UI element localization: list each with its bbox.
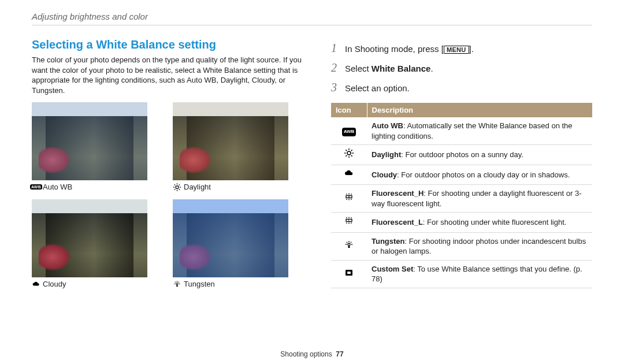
example-tile: AWB Auto WB (32, 102, 162, 196)
right-column: 1 In Shooting mode, press [MENU]. 2 Sele… (331, 38, 592, 293)
step-text: In Shooting mode, press [MENU]. (345, 42, 474, 57)
left-column: Selecting a White Balance setting The co… (32, 38, 303, 293)
row-bold: Daylight (372, 150, 401, 159)
table-row: AWBAuto WB: Automatically set the White … (331, 117, 592, 145)
sun-icon (343, 148, 355, 158)
step-item: 1 In Shooting mode, press [MENU]. (331, 38, 592, 58)
row-bold: Cloudy (372, 170, 397, 179)
row-bold: Fluorescent_H (372, 189, 424, 198)
fluoH-icon (343, 192, 355, 202)
table-header-icon: Icon (331, 103, 367, 117)
example-label: Tungsten (184, 280, 215, 288)
table-row: Cloudy: For outdoor photos on a cloudy d… (331, 165, 592, 185)
footer-page: 77 (336, 350, 343, 358)
divider (32, 25, 592, 25)
row-bold: Fluorescent_L (372, 218, 423, 226)
fluoL-icon (343, 216, 355, 225)
example-tile: Cloudy (32, 199, 162, 293)
cloud-icon (343, 169, 355, 178)
example-photo-daylight (173, 102, 288, 180)
example-tile: Tungsten (173, 199, 303, 293)
row-text: : For shooting under white fluorescent l… (423, 218, 567, 226)
footer-section: Shooting options (280, 350, 332, 358)
awb-icon: AWB (32, 184, 40, 191)
table-row: Fluorescent_L: For shooting under white … (331, 213, 592, 233)
chapter-title: Adjusting brightness and color (32, 12, 592, 21)
sun-icon (173, 184, 181, 191)
step-list: 1 In Shooting mode, press [MENU]. 2 Sele… (331, 38, 592, 97)
row-desc-cell: Fluorescent_H: For shooting under a dayl… (367, 185, 592, 213)
example-caption: AWB Auto WB (32, 183, 162, 191)
row-icon-cell (331, 185, 367, 213)
step-text: Select White Balance. (345, 61, 433, 76)
wb-options-table: Icon Description AWBAuto WB: Automatical… (331, 103, 592, 288)
menu-button-icon: MENU (444, 46, 469, 54)
table-row: Fluorescent_H: For shooting under a dayl… (331, 185, 592, 213)
row-icon-cell (331, 232, 367, 260)
row-icon-cell (331, 145, 367, 165)
table-row: Custom Set: To use White Balance setting… (331, 260, 592, 288)
example-caption: Tungsten (173, 280, 303, 288)
step-number: 2 (331, 58, 339, 77)
example-label: Cloudy (43, 280, 66, 288)
table-row: Tungsten: For shooting indoor photos und… (331, 232, 592, 260)
row-desc-cell: Custom Set: To use White Balance setting… (367, 260, 592, 288)
row-text: : For outdoor photos on a cloudy day or … (397, 170, 570, 179)
example-caption: Daylight (173, 183, 303, 191)
intro-paragraph: The color of your photo depends on the t… (32, 55, 303, 95)
example-tile: Daylight (173, 102, 303, 196)
example-grid: AWB Auto WB Daylight Cloudy (32, 102, 303, 293)
example-photo-autowb (32, 102, 147, 180)
row-bold: Custom Set (372, 265, 413, 273)
row-desc-cell: Auto WB: Automatically set the White Bal… (367, 117, 592, 145)
example-photo-tungsten (173, 199, 288, 277)
section-heading: Selecting a White Balance setting (32, 38, 303, 51)
step-number: 1 (331, 38, 339, 58)
row-text: : For outdoor photos on a sunny day. (401, 150, 523, 159)
row-bold: Auto WB (372, 121, 403, 130)
row-desc-cell: Cloudy: For outdoor photos on a cloudy d… (367, 165, 592, 185)
row-desc-cell: Daylight: For outdoor photos on a sunny … (367, 145, 592, 165)
row-icon-cell (331, 213, 367, 233)
example-photo-cloudy (32, 199, 147, 277)
awb-icon: AWB (343, 127, 355, 136)
cloud-icon (32, 281, 40, 288)
row-icon-cell (331, 165, 367, 185)
table-header-desc: Description (367, 103, 592, 117)
page-footer: Shooting options 77 (0, 350, 624, 358)
custom-icon (343, 268, 355, 277)
example-label: Auto WB (43, 183, 72, 191)
step-item: 2 Select White Balance. (331, 58, 592, 77)
step-item: 3 Select an option. (331, 77, 592, 97)
step-number: 3 (331, 77, 339, 97)
row-desc-cell: Tungsten: For shooting indoor photos und… (367, 232, 592, 260)
step-text: Select an option. (345, 81, 410, 96)
row-icon-cell: AWB (331, 117, 367, 145)
tungsten-icon (343, 240, 355, 250)
example-caption: Cloudy (32, 280, 162, 288)
row-desc-cell: Fluorescent_L: For shooting under white … (367, 213, 592, 233)
tungsten-icon (173, 281, 181, 288)
table-row: Daylight: For outdoor photos on a sunny … (331, 145, 592, 165)
row-icon-cell (331, 260, 367, 288)
row-bold: Tungsten (372, 237, 405, 246)
example-label: Daylight (184, 183, 211, 191)
